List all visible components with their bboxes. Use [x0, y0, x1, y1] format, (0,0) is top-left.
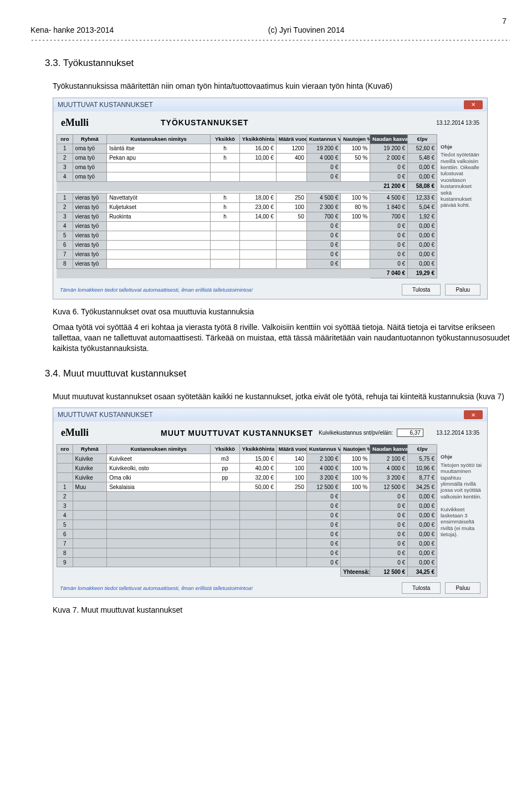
cell[interactable] — [276, 259, 306, 268]
back-button[interactable]: Paluu — [445, 284, 480, 296]
cell[interactable]: Kuljetukset — [107, 202, 211, 212]
cell[interactable]: 100 % — [341, 464, 370, 473]
cell[interactable] — [276, 221, 306, 231]
cell[interactable] — [211, 172, 240, 181]
cell: 6 — [57, 530, 73, 539]
cell[interactable]: 80 % — [341, 202, 370, 212]
cell[interactable]: 100 % — [341, 144, 370, 153]
cell[interactable] — [341, 172, 370, 181]
cell[interactable]: Kuivikeet — [107, 454, 211, 464]
cell[interactable] — [107, 250, 211, 259]
cell[interactable] — [211, 221, 240, 231]
cell[interactable]: pp — [211, 464, 240, 473]
cell[interactable]: 14,00 € — [239, 212, 276, 221]
cell: 0 € — [306, 221, 341, 231]
cell[interactable] — [276, 162, 306, 172]
cell[interactable]: 18,00 € — [239, 193, 276, 202]
print-button[interactable]: Tulosta — [402, 284, 441, 296]
cell[interactable]: 15,00 € — [239, 454, 276, 464]
close-icon[interactable]: ✕ — [464, 100, 483, 109]
cell[interactable]: 50 — [276, 212, 306, 221]
cell[interactable] — [276, 172, 306, 181]
cell[interactable]: Pekan apu — [107, 153, 211, 162]
cell: 0,00 € — [408, 558, 437, 567]
cell[interactable] — [107, 231, 211, 240]
cell[interactable]: 100 % — [341, 473, 370, 482]
cell[interactable]: 100 — [276, 473, 306, 482]
cell — [211, 492, 240, 501]
subtotal-cell — [306, 268, 341, 278]
cell[interactable] — [239, 221, 276, 231]
cell[interactable] — [107, 259, 211, 268]
cell[interactable] — [239, 259, 276, 268]
cell[interactable] — [239, 250, 276, 259]
cell[interactable] — [276, 240, 306, 250]
cell[interactable] — [341, 162, 370, 172]
cell[interactable]: 40,00 € — [239, 464, 276, 473]
cell[interactable] — [211, 250, 240, 259]
back-button[interactable]: Paluu — [445, 582, 480, 594]
cell[interactable]: 400 — [276, 153, 306, 162]
cell[interactable] — [239, 240, 276, 250]
cell[interactable]: 250 — [276, 482, 306, 492]
cell[interactable]: 16,00 € — [239, 144, 276, 153]
cell[interactable]: 100 % — [341, 482, 370, 492]
cell[interactable] — [107, 162, 211, 172]
cell[interactable]: pp — [211, 473, 240, 482]
cell[interactable]: h — [211, 212, 240, 221]
table-row: KuivikeKuivikeolki, ostopp40,00 €1004 00… — [57, 464, 437, 473]
cell[interactable]: 32,00 € — [239, 473, 276, 482]
cell[interactable]: 100 — [276, 202, 306, 212]
cell[interactable] — [341, 221, 370, 231]
cell[interactable]: 140 — [276, 454, 306, 464]
cell[interactable]: Oma olki — [107, 473, 211, 482]
cell[interactable] — [211, 162, 240, 172]
cell: vieras työ — [73, 212, 107, 221]
cell[interactable] — [211, 259, 240, 268]
cell[interactable]: m3 — [211, 454, 240, 464]
cell[interactable] — [107, 240, 211, 250]
cell[interactable]: h — [211, 144, 240, 153]
cell: 4 000 € — [306, 464, 341, 473]
print-button[interactable]: Tulosta — [402, 582, 441, 594]
subtotal-cell: 7 040 € — [370, 268, 408, 278]
cell[interactable] — [211, 231, 240, 240]
cell[interactable]: Isäntä itse — [107, 144, 211, 153]
cell[interactable]: Navettatyöt — [107, 193, 211, 202]
cell[interactable]: 50,00 € — [239, 482, 276, 492]
cell[interactable] — [239, 172, 276, 181]
cell[interactable] — [239, 162, 276, 172]
cell[interactable]: 23,00 € — [239, 202, 276, 212]
cell[interactable]: Ruokinta — [107, 212, 211, 221]
cell[interactable]: 50 % — [341, 153, 370, 162]
cell[interactable]: 100 % — [341, 212, 370, 221]
table-row: 2oma työPekan apuh10,00 €4004 000 €50 %2… — [57, 153, 437, 162]
cell[interactable]: h — [211, 202, 240, 212]
cell[interactable]: 100 % — [341, 454, 370, 464]
cell[interactable]: h — [211, 193, 240, 202]
cell[interactable] — [107, 221, 211, 231]
cell[interactable] — [341, 259, 370, 268]
close-icon[interactable]: ✕ — [464, 410, 483, 419]
cell[interactable]: Sekalaisia — [107, 482, 211, 492]
total-cell — [107, 567, 211, 577]
cell[interactable]: 250 — [276, 193, 306, 202]
section-33-title: 3.3. Työkustannukset — [45, 58, 510, 69]
cell[interactable]: 100 % — [341, 193, 370, 202]
cell[interactable] — [239, 231, 276, 240]
cell — [57, 454, 73, 464]
cell[interactable] — [341, 231, 370, 240]
cell[interactable] — [211, 482, 240, 492]
cell[interactable] — [276, 231, 306, 240]
cell[interactable] — [211, 240, 240, 250]
cell[interactable] — [341, 240, 370, 250]
cell[interactable]: 10,00 € — [239, 153, 276, 162]
cell[interactable]: 100 — [276, 464, 306, 473]
cell: 7 — [57, 539, 73, 548]
cell[interactable] — [276, 250, 306, 259]
cell[interactable]: Kuivikeolki, osto — [107, 464, 211, 473]
cell[interactable]: h — [211, 153, 240, 162]
cell[interactable] — [107, 172, 211, 181]
cell[interactable] — [341, 250, 370, 259]
cell[interactable]: 1200 — [276, 144, 306, 153]
